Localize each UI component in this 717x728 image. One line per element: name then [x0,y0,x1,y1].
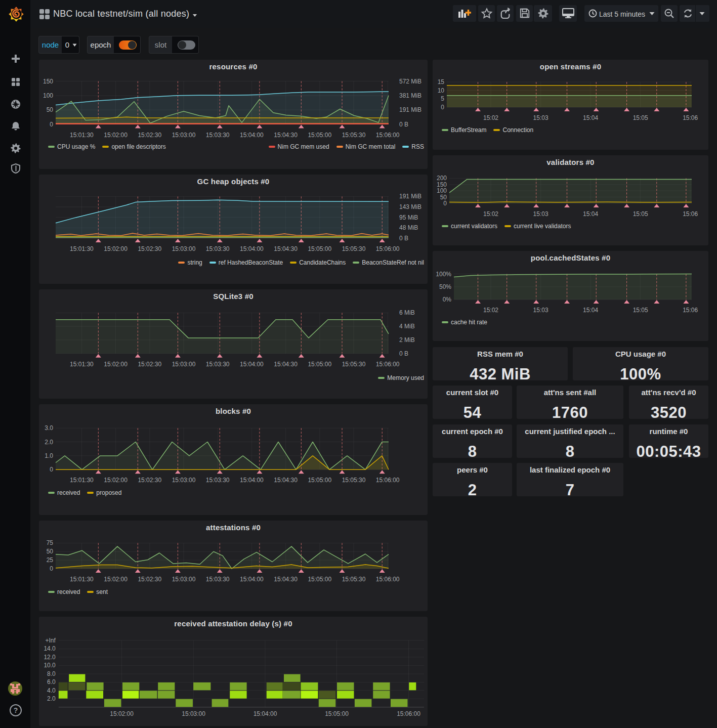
svg-text:15:01:30: 15:01:30 [70,361,94,368]
svg-text:8.0: 8.0 [47,670,56,677]
svg-text:15:04: 15:04 [583,114,598,121]
svg-text:572 MiB: 572 MiB [399,78,421,85]
svg-text:2.0: 2.0 [47,695,56,702]
svg-text:15:05:30: 15:05:30 [342,132,366,139]
svg-text:4 MiB: 4 MiB [399,323,415,330]
svg-text:15:01:30: 15:01:30 [70,576,94,583]
svg-text:15:03:30: 15:03:30 [206,245,230,252]
svg-text:15:05: 15:05 [633,210,648,218]
svg-text:15:05:30: 15:05:30 [342,477,366,484]
svg-text:15:04:30: 15:04:30 [274,245,298,252]
svg-text:0: 0 [50,466,53,473]
svg-text:15:02: 15:02 [483,307,498,314]
svg-text:15:01:30: 15:01:30 [70,477,94,484]
svg-text:15:04:30: 15:04:30 [274,132,298,139]
svg-text:0 B: 0 B [399,121,408,128]
svg-text:1.0: 1.0 [45,452,53,459]
svg-text:3.0: 3.0 [45,424,53,432]
svg-text:15:05:30: 15:05:30 [342,361,366,368]
svg-text:15:03:00: 15:03:00 [172,361,196,368]
svg-text:15:05:00: 15:05:00 [325,710,349,717]
svg-text:50: 50 [47,548,54,555]
svg-text:15:02:00: 15:02:00 [110,710,134,717]
svg-text:15:02: 15:02 [483,210,498,218]
svg-text:143 MiB: 143 MiB [399,203,421,210]
svg-text:0: 0 [50,121,53,128]
svg-text:15:04:00: 15:04:00 [240,361,264,368]
svg-text:15:05: 15:05 [633,114,648,121]
svg-text:10.0: 10.0 [44,662,56,669]
svg-text:0: 0 [443,200,447,207]
svg-text:15:04:00: 15:04:00 [240,132,264,139]
svg-text:15:05:00: 15:05:00 [308,245,331,252]
svg-text:15:03: 15:03 [533,210,549,218]
svg-text:15:03:00: 15:03:00 [172,132,196,139]
svg-text:15:05:00: 15:05:00 [308,132,331,139]
svg-text:15:04:00: 15:04:00 [240,477,264,484]
svg-text:75: 75 [47,539,54,546]
svg-text:15:03:00: 15:03:00 [172,477,196,484]
svg-text:15:03:30: 15:03:30 [206,361,230,368]
svg-text:0: 0 [441,104,444,111]
svg-text:10: 10 [438,87,445,94]
svg-text:15:04:00: 15:04:00 [240,576,264,583]
svg-text:15:06:00: 15:06:00 [376,576,400,583]
svg-text:0: 0 [50,565,53,572]
svg-text:15:06:00: 15:06:00 [376,245,400,252]
svg-text:15:06:00: 15:06:00 [376,477,400,484]
svg-text:14.0: 14.0 [44,645,56,652]
svg-text:15:02:00: 15:02:00 [104,132,128,139]
svg-text:12.0: 12.0 [44,654,56,661]
svg-text:48 MiB: 48 MiB [399,224,418,231]
svg-text:15:03: 15:03 [533,114,549,121]
svg-text:15:04:30: 15:04:30 [274,361,298,368]
svg-text:15:02:00: 15:02:00 [104,245,128,252]
svg-text:15: 15 [438,78,445,85]
svg-text:191 MiB: 191 MiB [399,106,421,113]
svg-text:0 B: 0 B [399,350,408,357]
svg-text:25: 25 [47,556,54,564]
svg-text:15:03:30: 15:03:30 [206,477,230,484]
svg-text:15:03:00: 15:03:00 [172,576,196,583]
svg-text:15:02:30: 15:02:30 [138,477,161,484]
svg-text:100%: 100% [436,271,451,278]
svg-text:15:02:00: 15:02:00 [104,361,128,368]
svg-text:15:02:00: 15:02:00 [104,576,128,583]
svg-text:15:06:00: 15:06:00 [376,132,400,139]
svg-text:15:03:30: 15:03:30 [206,576,230,583]
svg-text:15:01:30: 15:01:30 [70,245,94,252]
svg-text:2.0: 2.0 [45,439,53,446]
svg-text:15:02:30: 15:02:30 [138,576,161,583]
svg-text:191 MiB: 191 MiB [399,193,421,200]
svg-text:15:03: 15:03 [533,307,549,314]
svg-text:15:03:00: 15:03:00 [172,245,196,252]
svg-text:150: 150 [43,78,53,85]
svg-text:2 MiB: 2 MiB [399,336,415,344]
svg-text:4.0: 4.0 [47,687,56,694]
svg-text:5: 5 [441,95,444,102]
svg-text:15:02:30: 15:02:30 [138,132,161,139]
svg-text:0%: 0% [443,296,452,303]
svg-text:15:04:30: 15:04:30 [274,477,298,484]
svg-text:15:05:30: 15:05:30 [342,245,366,252]
svg-text:15:05:30: 15:05:30 [342,576,366,583]
svg-text:15:06: 15:06 [683,114,698,121]
svg-text:15:03:30: 15:03:30 [206,132,230,139]
svg-text:15:02:30: 15:02:30 [138,245,161,252]
svg-text:6.0: 6.0 [47,678,56,686]
svg-text:15:05: 15:05 [633,307,648,314]
svg-text:15:02: 15:02 [483,114,498,121]
svg-text:50%: 50% [439,283,451,290]
svg-text:15:04: 15:04 [583,307,598,314]
svg-text:15:02:30: 15:02:30 [138,361,161,368]
svg-text:15:01:30: 15:01:30 [70,132,94,139]
svg-text:95 MiB: 95 MiB [399,214,418,221]
svg-text:15:05:00: 15:05:00 [308,361,331,368]
svg-text:?: ? [14,706,18,714]
svg-text:+Inf: +Inf [45,637,56,644]
svg-text:15:06:00: 15:06:00 [397,710,420,717]
svg-text:381 MiB: 381 MiB [399,92,421,99]
svg-text:15:04: 15:04 [583,210,598,218]
svg-text:15:04:30: 15:04:30 [274,576,298,583]
svg-text:15:04:00: 15:04:00 [254,710,277,717]
